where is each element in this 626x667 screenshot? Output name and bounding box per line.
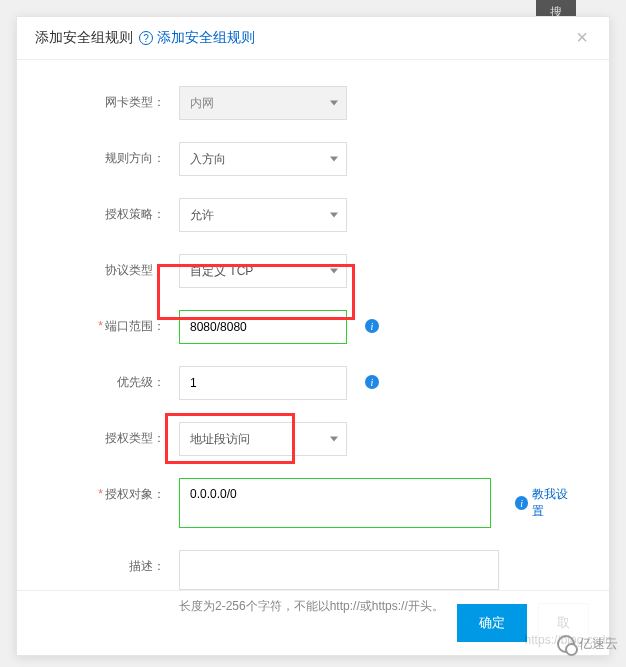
modal-title: 添加安全组规则 (35, 29, 133, 47)
label-port-range: *端口范围： (47, 310, 179, 342)
row-protocol: 协议类型： 自定义 TCP (47, 254, 579, 288)
input-priority[interactable] (179, 366, 347, 400)
info-icon: i (515, 496, 529, 510)
label-description: 描述： (47, 550, 179, 582)
security-group-rule-modal: 添加安全组规则 ? 添加安全组规则 × 网卡类型： 内网 规则方向： 入方向 授… (16, 16, 610, 656)
select-auth-type[interactable]: 地址段访问 (179, 422, 347, 456)
label-port-range-text: 端口范围： (105, 319, 165, 333)
modal-footer: 确定 取 (17, 590, 609, 655)
textarea-description[interactable] (179, 550, 499, 590)
label-priority: 优先级： (47, 366, 179, 398)
modal-header: 添加安全组规则 ? 添加安全组规则 × (17, 17, 609, 60)
select-nic-type: 内网 (179, 86, 347, 120)
chevron-down-icon (330, 269, 338, 274)
chevron-down-icon (330, 101, 338, 106)
select-protocol-value: 自定义 TCP (190, 263, 253, 280)
label-auth-type: 授权类型： (47, 422, 179, 454)
question-circle-icon[interactable]: ? (139, 31, 153, 45)
row-priority: 优先级： i (47, 366, 579, 400)
select-direction[interactable]: 入方向 (179, 142, 347, 176)
ok-button[interactable]: 确定 (457, 604, 527, 642)
brand-text: 亿速云 (579, 635, 618, 653)
row-description: 描述： (47, 550, 579, 590)
row-auth-object: *授权对象： 0.0.0.0/0 i 教我设置 (47, 478, 579, 528)
label-direction: 规则方向： (47, 142, 179, 174)
label-protocol: 协议类型： (47, 254, 179, 286)
textarea-auth-object[interactable]: 0.0.0.0/0 (179, 478, 491, 528)
row-nic-type: 网卡类型： 内网 (47, 86, 579, 120)
select-direction-value: 入方向 (190, 151, 226, 168)
chevron-down-icon (330, 437, 338, 442)
info-icon[interactable]: i (365, 375, 379, 389)
teach-me-link[interactable]: i 教我设置 (515, 486, 579, 520)
select-auth-policy[interactable]: 允许 (179, 198, 347, 232)
close-icon[interactable]: × (573, 29, 591, 47)
row-auth-type: 授权类型： 地址段访问 (47, 422, 579, 456)
chevron-down-icon (330, 213, 338, 218)
cloud-logo-icon (557, 635, 575, 653)
modal-body: 网卡类型： 内网 规则方向： 入方向 授权策略： 允许 协议类型： 自定义 TC… (17, 60, 609, 639)
row-auth-policy: 授权策略： 允许 (47, 198, 579, 232)
brand-badge: 亿速云 (557, 635, 618, 653)
label-nic-type: 网卡类型： (47, 86, 179, 118)
label-auth-object-text: 授权对象： (105, 487, 165, 501)
help-link[interactable]: 添加安全组规则 (157, 29, 255, 47)
input-port-range[interactable] (179, 310, 347, 344)
select-nic-type-value: 内网 (190, 95, 214, 112)
label-auth-policy: 授权策略： (47, 198, 179, 230)
select-protocol[interactable]: 自定义 TCP (179, 254, 347, 288)
chevron-down-icon (330, 157, 338, 162)
select-auth-type-value: 地址段访问 (190, 431, 250, 448)
label-auth-object: *授权对象： (47, 478, 179, 510)
select-auth-policy-value: 允许 (190, 207, 214, 224)
row-direction: 规则方向： 入方向 (47, 142, 579, 176)
info-icon[interactable]: i (365, 319, 379, 333)
teach-me-text: 教我设置 (532, 486, 579, 520)
row-port-range: *端口范围： i (47, 310, 579, 344)
